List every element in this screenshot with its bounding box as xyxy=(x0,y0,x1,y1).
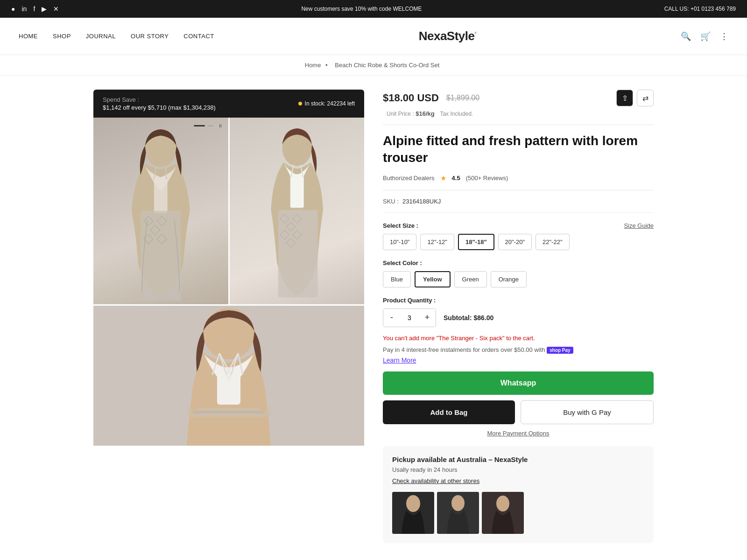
slide-pause-icon[interactable]: ⏸ xyxy=(218,123,223,128)
size-options: 10"-10" 12"-12" 18"-18" 20"-20" 22"-22" xyxy=(383,234,654,250)
action-row: Add to Bag Buy with G Pay xyxy=(383,400,654,424)
pickup-title: Pickup available at Australia – NexaStyl… xyxy=(392,455,644,463)
svg-rect-29 xyxy=(194,411,264,413)
size-btn-0[interactable]: 10"-10" xyxy=(383,234,416,250)
top-bar: ● in f ▶ ✕ New customers save 10% with c… xyxy=(0,0,747,18)
apps-icon[interactable]: ⋮ xyxy=(720,31,728,42)
linkedin-icon[interactable]: in xyxy=(21,5,27,13)
divider-2 xyxy=(383,190,654,190)
search-icon[interactable]: 🔍 xyxy=(681,31,691,42)
svg-point-35 xyxy=(496,496,509,511)
breadcrumb-home[interactable]: Home xyxy=(305,62,321,69)
youtube-icon[interactable]: ▶ xyxy=(42,5,47,13)
x-twitter-icon[interactable]: ✕ xyxy=(53,5,59,13)
size-btn-1[interactable]: 12"-12" xyxy=(420,234,454,250)
svg-point-33 xyxy=(451,495,465,511)
quantity-label: Product Quantity : xyxy=(383,297,654,304)
divider-1 xyxy=(383,125,654,125)
unit-price: Unit Price : $16/kg Tax Included. xyxy=(383,110,654,117)
sku-value: 23164188UKJ xyxy=(402,198,441,205)
share-button[interactable]: ⇧ xyxy=(616,90,633,106)
subtotal: Subtotal: $86.00 xyxy=(444,314,493,322)
quantity-control: - + xyxy=(383,308,436,327)
facebook-icon[interactable]: f xyxy=(33,5,35,13)
spend-save-detail: $1,142 off every $5,710 (max $1,304,238) xyxy=(103,104,216,111)
quantity-row: - + Subtotal: $86.00 xyxy=(383,308,654,327)
nav-our-story[interactable]: OUR STORY xyxy=(131,33,169,40)
size-btn-3[interactable]: 20"-20" xyxy=(498,234,532,250)
svg-rect-1 xyxy=(154,177,168,213)
social-icons: ● in f ▶ ✕ xyxy=(11,5,59,13)
promo-banner: New customers save 10% with code WELCOME xyxy=(59,6,664,12)
instagram-icon[interactable]: ● xyxy=(11,5,15,13)
current-price: $18.00 USD xyxy=(383,92,439,104)
sku-label: SKU : xyxy=(383,198,399,205)
nav-journal[interactable]: JOURNAL xyxy=(86,33,116,40)
product-image-2[interactable] xyxy=(230,118,365,304)
stock-dot xyxy=(298,102,302,105)
color-select-label: Select Color : xyxy=(383,259,654,266)
nav-actions: 🔍 🛒 ⋮ xyxy=(681,31,728,42)
nav-home[interactable]: HOME xyxy=(19,33,38,40)
product-info: $18.00 USD $1,899.00 ⇧ ⇄ Unit Price : $1… xyxy=(383,90,654,543)
thumbnail-row xyxy=(392,492,644,534)
quantity-input[interactable] xyxy=(400,314,419,322)
breadcrumb-separator: • xyxy=(325,62,328,69)
dealers-label: Buthorized Dealers xyxy=(383,175,435,182)
shop-pay-badge: shop Pay xyxy=(547,347,573,354)
phone-number: CALL US: +01 0123 456 789 xyxy=(664,6,736,12)
reviews-count: (500+ Reviews) xyxy=(466,175,508,182)
stock-label: In stock: 242234 left xyxy=(305,100,355,107)
in-stock-badge: In stock: 242234 left xyxy=(298,100,355,107)
pickup-box: Pickup available at Australia – NexaStyl… xyxy=(383,446,654,543)
color-options: Blue Yellow Green Orange xyxy=(383,271,654,287)
color-btn-blue[interactable]: Blue xyxy=(383,271,411,287)
size-guide-link[interactable]: Size Guide xyxy=(624,222,654,229)
spend-save-banner: Spend Save : $1,142 off every $5,710 (ma… xyxy=(93,90,364,118)
quantity-increase-button[interactable]: + xyxy=(419,309,436,327)
pickup-subtitle: Usally ready in 24 hours xyxy=(392,466,644,473)
color-btn-yellow[interactable]: Yellow xyxy=(415,271,450,287)
add-to-bag-button[interactable]: Add to Bag xyxy=(383,400,515,424)
color-btn-green[interactable]: Green xyxy=(454,271,487,287)
star-icon: ★ xyxy=(440,174,446,182)
thumbnail-1[interactable] xyxy=(392,492,434,534)
thumbnail-2[interactable] xyxy=(437,492,479,534)
rating-value: 4.5 xyxy=(452,175,460,182)
spend-save-label: Spend Save : xyxy=(103,96,216,103)
product-image-1[interactable]: ⏸ xyxy=(93,118,228,304)
price-actions: ⇧ ⇄ xyxy=(616,90,654,106)
price-row: $18.00 USD $1,899.00 ⇧ ⇄ xyxy=(383,90,654,106)
nav-shop[interactable]: SHOP xyxy=(53,33,71,40)
product-title: Alpine fitted and fresh pattern with lor… xyxy=(383,133,654,167)
more-payment-options-link[interactable]: More Payment Options xyxy=(383,430,654,437)
reviews-row: Buthorized Dealers ★ 4.5 (500+ Reviews) xyxy=(383,174,654,182)
slide-active-dot xyxy=(194,125,205,126)
check-availability-link[interactable]: Check availability at other stores xyxy=(392,477,479,484)
learn-more-link[interactable]: Learn More xyxy=(383,357,416,364)
site-logo[interactable]: NexaStyle° xyxy=(419,29,476,43)
image-grid: ⏸ xyxy=(93,118,364,446)
main-nav: HOME SHOP JOURNAL OUR STORY CONTACT Nexa… xyxy=(0,18,747,55)
breadcrumb-current: Beach Chic Robe & Shorts Co-Ord Set xyxy=(335,62,439,69)
size-btn-4[interactable]: 22"-22" xyxy=(536,234,569,250)
svg-rect-11 xyxy=(290,174,303,208)
slide-dot-2 xyxy=(208,125,213,126)
compare-button[interactable]: ⇄ xyxy=(637,90,654,106)
product-image-3[interactable] xyxy=(93,306,364,446)
thumbnail-3[interactable] xyxy=(482,492,524,534)
main-content: Spend Save : $1,142 off every $5,710 (ma… xyxy=(75,76,672,557)
color-btn-orange[interactable]: Orange xyxy=(491,271,527,287)
cart-icon[interactable]: 🛒 xyxy=(700,31,711,42)
breadcrumb: Home • Beach Chic Robe & Shorts Co-Ord S… xyxy=(0,55,747,76)
svg-rect-23 xyxy=(217,367,240,405)
nav-contact[interactable]: CONTACT xyxy=(183,33,214,40)
whatsapp-button[interactable]: Whatsapp xyxy=(383,371,654,395)
size-btn-2[interactable]: 18"-18" xyxy=(458,234,494,250)
shop-pay-row: Pay in 4 interest-free instalments for o… xyxy=(383,346,654,354)
svg-rect-14 xyxy=(278,210,317,298)
buy-gpay-button[interactable]: Buy with G Pay xyxy=(521,400,654,424)
cart-error-message: You can't add more "The Stranger - Six p… xyxy=(383,335,654,342)
svg-point-31 xyxy=(406,495,420,512)
quantity-decrease-button[interactable]: - xyxy=(383,309,400,327)
